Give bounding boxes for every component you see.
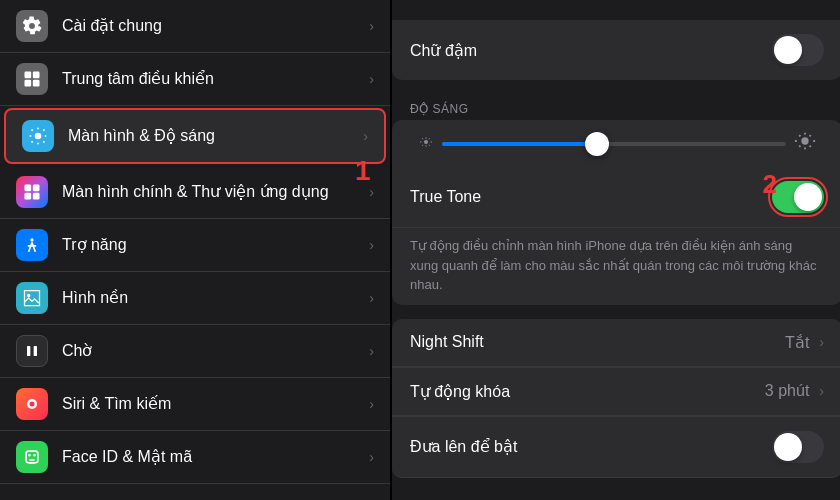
settings-list: Cài đặt chung › Trung tâm điều khiển › M… [0,0,390,484]
brightness-row [392,120,840,167]
svg-rect-2 [25,80,32,87]
annotation-number-1: 1 [355,155,371,187]
svg-rect-15 [26,451,38,463]
sidebar-item-cai-dat-chung[interactable]: Cài đặt chung › [0,0,390,53]
settings-icon-cho [16,335,48,367]
settings-icon-man-hinh [22,120,54,152]
right-panel: Chữ đậm ĐỘ SÁNG True Tone 2 Tự động điều… [392,0,840,500]
settings-icon-man-hinh-chinh [16,176,48,208]
tu-dong-khoa-row[interactable]: Tự động khóa 3 phút › [392,368,840,416]
settings-icon-siri [16,388,48,420]
svg-rect-1 [33,72,40,79]
svg-point-19 [801,137,808,144]
chu-dam-label: Chữ đậm [410,41,772,60]
tu-dong-khoa-value: 3 phút [765,382,809,400]
brightness-slider[interactable] [442,142,786,146]
brightness-high-icon [794,130,816,157]
night-shift-row[interactable]: Night Shift Tắt › [392,319,840,367]
settings-icon-cai-dat-chung [16,10,48,42]
sidebar-item-trung-tam[interactable]: Trung tâm điều khiển › [0,53,390,106]
settings-icon-trung-tam [16,63,48,95]
chu-dam-toggle[interactable] [772,34,824,66]
svg-point-16 [28,454,31,457]
svg-rect-5 [25,185,32,192]
sidebar-item-man-hinh-chinh[interactable]: Màn hình chính & Thư viện ứng dụng › [0,166,390,219]
dua-len-toggle[interactable] [772,431,824,463]
cho-label: Chờ [62,341,365,362]
do-sang-section-label: ĐỘ SÁNG [392,94,840,120]
svg-point-4 [35,133,42,140]
sidebar-item-man-hinh[interactable]: Màn hình & Độ sáng › [4,108,386,164]
man-hinh-chinh-label: Màn hình chính & Thư viện ứng dụng [62,182,365,203]
slider-thumb [585,132,609,156]
svg-point-14 [30,402,35,407]
left-panel: Cài đặt chung › Trung tâm điều khiển › M… [0,0,390,500]
trung-tam-label: Trung tâm điều khiển [62,69,365,90]
annotation-number-2: 2 [763,169,777,200]
true-tone-row: True Tone 2 [392,167,840,228]
chevron-icon: › [369,290,374,306]
brightness-low-icon [418,134,434,153]
face-id-label: Face ID & Mật mã [62,447,365,468]
night-shift-label: Night Shift [410,333,785,351]
dua-len-toggle-thumb [774,433,802,461]
chevron-icon: › [369,18,374,34]
tu-dong-khoa-chevron-icon: › [819,383,824,399]
svg-rect-6 [33,185,40,192]
svg-rect-12 [34,346,37,356]
chevron-icon: › [369,71,374,87]
night-shift-chevron-icon: › [819,334,824,350]
tro-nang-label: Trợ năng [62,235,365,256]
dua-len-row: Đưa lên để bật [392,417,840,478]
dua-len-label: Đưa lên để bật [410,437,772,456]
svg-rect-7 [25,193,32,200]
settings-icon-tro-nang [16,229,48,261]
true-tone-toggle-thumb [794,183,822,211]
true-tone-description: Tự động điều chỉnh màn hình iPhone dựa t… [392,228,840,305]
chevron-icon: › [369,343,374,359]
toggle-thumb [774,36,802,64]
svg-rect-11 [27,346,30,356]
cai-dat-chung-label: Cài đặt chung [62,16,365,37]
chevron-icon: › [369,237,374,253]
chu-dam-row: Chữ đậm [392,20,840,80]
chevron-icon: › [369,449,374,465]
hinh-nen-label: Hình nền [62,288,365,309]
settings-icon-face-id [16,441,48,473]
siri-label: Siri & Tìm kiếm [62,394,365,415]
man-hinh-label: Màn hình & Độ sáng [68,126,359,147]
svg-rect-8 [33,193,40,200]
chevron-icon: › [363,128,368,144]
true-tone-label: True Tone [410,188,772,206]
slider-fill [442,142,597,146]
chevron-icon: › [369,396,374,412]
sidebar-item-tro-nang[interactable]: Trợ năng › [0,219,390,272]
svg-rect-3 [33,80,40,87]
svg-point-9 [30,238,33,241]
tu-dong-khoa-label: Tự động khóa [410,382,765,401]
svg-rect-0 [25,72,32,79]
sidebar-item-siri[interactable]: Siri & Tìm kiếm › [0,378,390,431]
sidebar-item-face-id[interactable]: Face ID & Mật mã › [0,431,390,484]
sidebar-item-hinh-nen[interactable]: Hình nền › [0,272,390,325]
night-shift-value: Tắt [785,333,809,352]
svg-point-17 [33,454,36,457]
sidebar-item-cho[interactable]: Chờ › [0,325,390,378]
settings-icon-hinh-nen [16,282,48,314]
true-tone-toggle[interactable] [772,181,824,213]
svg-point-10 [27,294,30,297]
svg-point-18 [424,140,428,144]
